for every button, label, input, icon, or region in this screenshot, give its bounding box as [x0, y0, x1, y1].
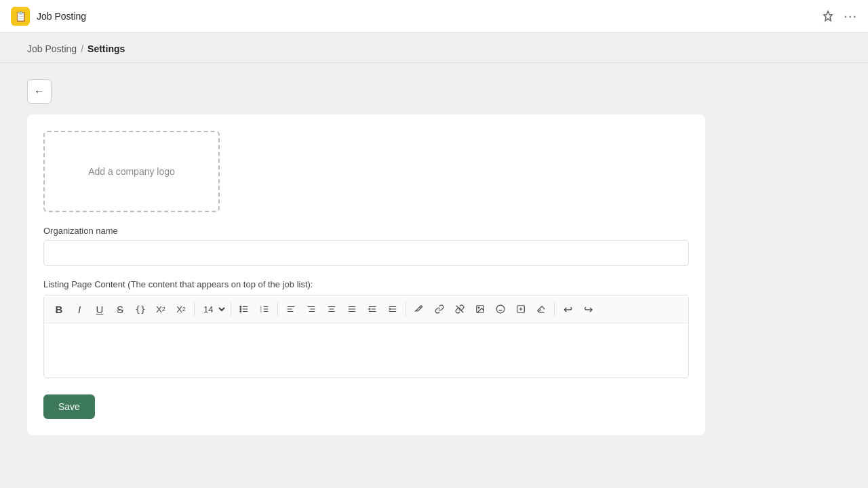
- svg-point-3: [240, 306, 241, 308]
- content-label: Listing Page Content (The content that a…: [43, 279, 689, 289]
- form-card: Add a company logo Organization name Lis…: [27, 115, 705, 435]
- toolbar-sep-1: [194, 302, 195, 316]
- superscript-button[interactable]: X2: [151, 300, 170, 319]
- toolbar-sep-2: [231, 302, 231, 316]
- svg-point-4: [240, 308, 241, 310]
- svg-point-33: [478, 307, 479, 308]
- logo-upload-area[interactable]: Add a company logo: [43, 131, 220, 212]
- topbar: 📋 Job Posting ···: [0, 0, 868, 33]
- org-name-field: Organization name: [43, 226, 689, 279]
- toolbar-sep-5: [554, 302, 555, 316]
- breadcrumb-separator: /: [81, 43, 83, 54]
- breadcrumb-current: Settings: [87, 43, 125, 54]
- editor-body[interactable]: [44, 323, 688, 378]
- code-button[interactable]: {}: [131, 300, 150, 319]
- svg-point-5: [240, 311, 241, 312]
- redo-button[interactable]: ↪: [578, 300, 597, 319]
- unlink-button[interactable]: [450, 300, 469, 319]
- back-button[interactable]: ←: [27, 79, 52, 104]
- subscript-button[interactable]: X2: [172, 300, 191, 319]
- toolbar-sep-3: [277, 302, 278, 316]
- align-justify-button[interactable]: [342, 300, 361, 319]
- align-center-button[interactable]: [322, 300, 341, 319]
- breadcrumb: Job Posting / Settings: [0, 33, 868, 63]
- content-field: Listing Page Content (The content that a…: [43, 279, 689, 378]
- indent-increase-button[interactable]: [383, 300, 402, 319]
- svg-text:3: 3: [260, 310, 262, 313]
- toolbar-sep-4: [406, 302, 406, 316]
- font-size-select[interactable]: 14 10 12 16 18 24: [198, 302, 227, 317]
- link-button[interactable]: [430, 300, 449, 319]
- svg-line-30: [420, 307, 421, 308]
- org-name-label: Organization name: [43, 226, 689, 236]
- topbar-left: 📋 Job Posting: [11, 7, 86, 26]
- logo-upload-placeholder: Add a company logo: [88, 166, 175, 177]
- text-color-button[interactable]: [410, 300, 429, 319]
- insert-image-button[interactable]: [511, 300, 530, 319]
- italic-button[interactable]: I: [70, 300, 89, 319]
- rich-text-editor: B I U S {} X2 X2 14 10 12: [43, 295, 689, 378]
- underline-button[interactable]: U: [90, 300, 109, 319]
- topbar-right: ···: [822, 8, 857, 24]
- ordered-list-button[interactable]: 123: [255, 300, 274, 319]
- org-name-input[interactable]: [43, 240, 689, 266]
- undo-button[interactable]: ↩: [558, 300, 577, 319]
- app-icon: 📋: [11, 7, 30, 26]
- strikethrough-button[interactable]: S: [111, 300, 130, 319]
- clear-format-button[interactable]: [532, 300, 551, 319]
- media-button[interactable]: [471, 300, 490, 319]
- unordered-list-button[interactable]: [235, 300, 254, 319]
- save-button[interactable]: Save: [43, 394, 95, 419]
- emoji-button[interactable]: [491, 300, 510, 319]
- align-left-button[interactable]: [281, 300, 300, 319]
- indent-decrease-button[interactable]: [363, 300, 382, 319]
- pin-icon[interactable]: [822, 10, 834, 22]
- bold-button[interactable]: B: [50, 300, 68, 319]
- app-title: Job Posting: [37, 11, 86, 22]
- align-right-button[interactable]: [302, 300, 321, 319]
- breadcrumb-parent: Job Posting: [27, 43, 77, 54]
- main-content: ← Add a company logo Organization name L…: [0, 63, 868, 486]
- more-options-icon[interactable]: ···: [844, 8, 857, 24]
- editor-toolbar: B I U S {} X2 X2 14 10 12: [44, 296, 688, 323]
- svg-point-34: [496, 305, 505, 313]
